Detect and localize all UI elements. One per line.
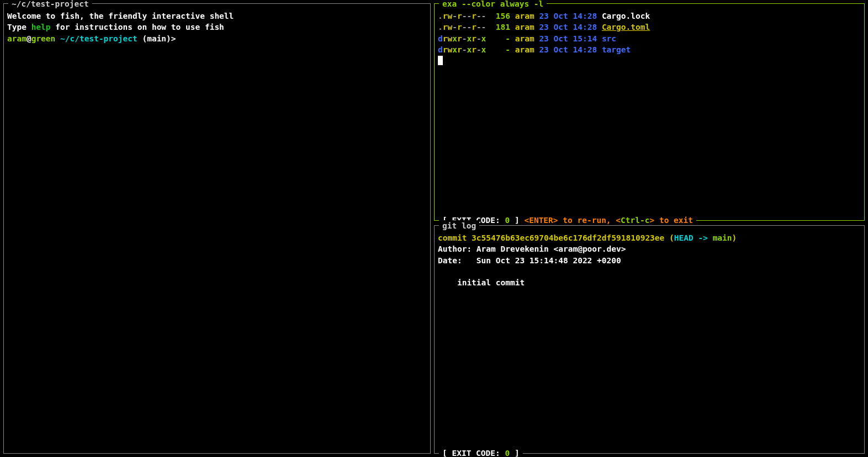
help-word: help: [31, 23, 51, 31]
shell-pane[interactable]: ~/c/test-project Welcome to fish, the fr…: [3, 3, 431, 454]
file-row: drwxr-xr-x - aram 23 Oct 15:14 src: [438, 33, 861, 44]
shell-pane-title: ~/c/test-project: [8, 0, 92, 9]
exa-pane[interactable]: exa --color always -l .rw-r--r-- 156 ara…: [434, 3, 865, 221]
commit-line: commit 3c55476b63ec69704be6c176df2df5918…: [438, 232, 861, 243]
cursor-line: [438, 55, 861, 66]
file-name: src: [602, 34, 616, 43]
prompt-branch: (main): [137, 34, 171, 43]
enter-key: ENTER: [529, 216, 553, 225]
prompt-user: aram: [7, 34, 27, 43]
git-pane-footer: [ EXIT CODE: 0 ]: [439, 448, 523, 457]
file-row: .rw-r--r-- 181 aram 23 Oct 14:28 Cargo.t…: [438, 22, 861, 33]
branch-name: main: [713, 233, 732, 242]
author-line: Author: Aram Drevekenin <aram@poor.dev>: [438, 243, 861, 254]
welcome-line-2: Type help for instructions on how to use…: [7, 22, 427, 33]
file-row: drwxr-xr-x - aram 23 Oct 14:28 target: [438, 44, 861, 55]
commit-hash: 3c55476b63ec69704be6c176df2df591810923ee: [472, 233, 664, 242]
exa-pane-title: exa --color always -l: [439, 0, 547, 9]
cursor-block: [438, 56, 443, 65]
commit-message: initial commit: [438, 277, 861, 288]
file-name: Cargo.toml: [602, 23, 650, 31]
git-log-pane-title: git log: [439, 220, 479, 231]
left-column: ~/c/test-project Welcome to fish, the fr…: [0, 0, 434, 457]
right-column: exa --color always -l .rw-r--r-- 156 ara…: [434, 0, 868, 457]
ctrl-c-key: Ctrl-c: [621, 216, 649, 225]
date-line: Date: Sun Oct 23 15:14:48 2022 +0200: [438, 255, 861, 266]
welcome-line-1: Welcome to fish, the friendly interactiv…: [7, 10, 427, 22]
prompt-path: ~/c/test-project: [55, 34, 137, 43]
file-name: Cargo.lock: [602, 12, 650, 20]
file-row: .rw-r--r-- 156 aram 23 Oct 14:28 Cargo.l…: [438, 10, 861, 22]
exa-listing: .rw-r--r-- 156 aram 23 Oct 14:28 Cargo.l…: [438, 10, 861, 55]
file-name: target: [602, 45, 631, 54]
prompt-host: green: [31, 34, 56, 43]
prompt-line[interactable]: aram@green ~/c/test-project (main)>: [7, 33, 427, 44]
git-log-pane[interactable]: git log commit 3c55476b63ec69704be6c176d…: [434, 225, 865, 454]
terminal-layout: ~/c/test-project Welcome to fish, the fr…: [0, 0, 868, 457]
head-ref: HEAD ->: [674, 233, 713, 242]
blank-line: [438, 266, 861, 277]
